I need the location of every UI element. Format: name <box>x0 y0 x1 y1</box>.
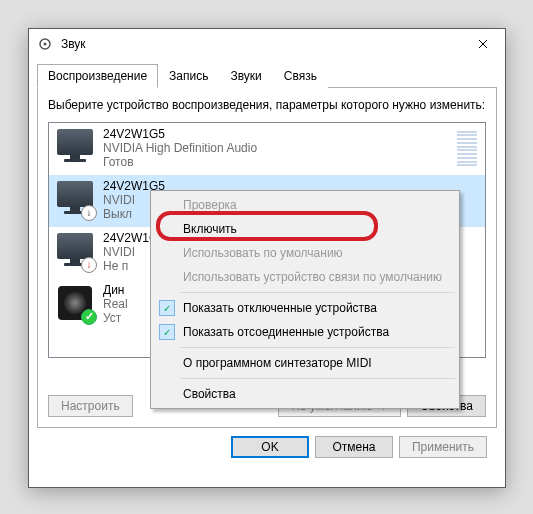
instruction-text: Выберите устройство воспроизведения, пар… <box>48 98 486 114</box>
separator <box>181 292 455 293</box>
device-name: Дин <box>103 283 128 297</box>
tab-bar: Воспроизведение Запись Звуки Связь <box>37 63 497 88</box>
device-status: Готов <box>103 155 257 169</box>
configure-button[interactable]: Настроить <box>48 395 133 417</box>
close-button[interactable] <box>460 29 505 59</box>
tab-record[interactable]: Запись <box>158 64 219 88</box>
ok-button[interactable]: OK <box>231 436 309 458</box>
disabled-badge-icon: ↓ <box>81 205 97 221</box>
speaker-icon: ✓ <box>55 283 95 323</box>
tab-playback[interactable]: Воспроизведение <box>37 64 158 88</box>
window-title: Звук <box>61 37 460 51</box>
ctx-about-midi[interactable]: О программном синтезаторе MIDI <box>153 351 457 375</box>
apply-button[interactable]: Применить <box>399 436 487 458</box>
ctx-test: Проверка <box>153 193 457 217</box>
ctx-show-disabled[interactable]: ✓ Показать отключенные устройства <box>153 296 457 320</box>
unplugged-badge-icon: ↓ <box>81 257 97 273</box>
ctx-set-comm-default: Использовать устройство связи по умолчан… <box>153 265 457 289</box>
tab-comm[interactable]: Связь <box>273 64 328 88</box>
ctx-enable[interactable]: Включить <box>153 217 457 241</box>
svg-point-1 <box>44 43 47 46</box>
monitor-icon <box>55 127 95 167</box>
separator <box>181 347 455 348</box>
tab-sounds[interactable]: Звуки <box>219 64 272 88</box>
monitor-icon: ↓ <box>55 179 95 219</box>
default-badge-icon: ✓ <box>81 309 97 325</box>
check-icon: ✓ <box>159 324 175 340</box>
device-status: Уст <box>103 311 128 325</box>
titlebar[interactable]: Звук <box>29 29 505 59</box>
cancel-button[interactable]: Отмена <box>315 436 393 458</box>
monitor-icon: ↓ <box>55 231 95 271</box>
check-icon: ✓ <box>159 300 175 316</box>
context-menu: Проверка Включить Использовать по умолча… <box>150 190 460 409</box>
app-icon <box>37 36 53 52</box>
separator <box>181 378 455 379</box>
ctx-show-disconnected[interactable]: ✓ Показать отсоединенные устройства <box>153 320 457 344</box>
device-name: 24V2W1G5 <box>103 127 257 141</box>
level-meter <box>457 131 477 167</box>
ctx-set-default: Использовать по умолчанию <box>153 241 457 265</box>
device-sub: Real <box>103 297 128 311</box>
device-item[interactable]: 24V2W1G5 NVIDIA High Definition Audio Го… <box>49 123 485 175</box>
ctx-properties[interactable]: Свойства <box>153 382 457 406</box>
device-sub: NVIDIA High Definition Audio <box>103 141 257 155</box>
